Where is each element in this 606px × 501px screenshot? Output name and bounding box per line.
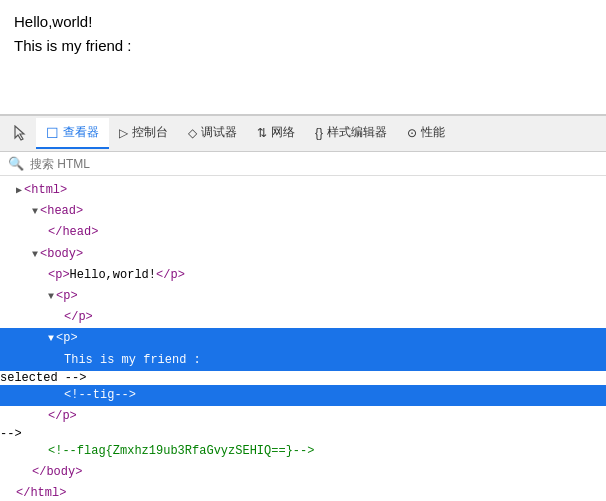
tab-debugger[interactable]: ◇ 调试器 (178, 118, 247, 149)
preview-line2: This is my friend : (14, 34, 592, 58)
devtools-panel: ☐ 查看器 ▷ 控制台 ◇ 调试器 ⇅ 网络 {} 样式编辑器 ⊙ 性能 🔍 (0, 115, 606, 501)
search-input[interactable] (30, 157, 598, 171)
tab-style-editor[interactable]: {} 样式编辑器 (305, 118, 397, 149)
tab-inspector[interactable]: ☐ 查看器 (36, 118, 109, 149)
tab-performance[interactable]: ⊙ 性能 (397, 118, 455, 149)
tab-network-label: 网络 (271, 124, 295, 141)
console-icon: ▷ (119, 126, 128, 140)
tree-p3-text[interactable]: This is my friend : (0, 350, 606, 371)
arrow-head: ▼ (32, 206, 38, 217)
tab-network[interactable]: ⇅ 网络 (247, 118, 305, 149)
devtools-tab-bar: ☐ 查看器 ▷ 控制台 ◇ 调试器 ⇅ 网络 {} 样式编辑器 ⊙ 性能 (0, 116, 606, 152)
cursor-icon (12, 125, 28, 141)
tree-body-open[interactable]: ▼<body> (0, 244, 606, 265)
tab-performance-label: 性能 (421, 124, 445, 141)
browser-preview: Hello,world! This is my friend : (0, 0, 606, 115)
tree-head-close[interactable]: </head> (0, 222, 606, 243)
html-tree: ▶<html> ▼<head> </head> ▼<body> <p>Hello… (0, 176, 606, 501)
tree-p2-close[interactable]: </p> (0, 307, 606, 328)
arrow-p2: ▼ (48, 291, 54, 302)
style-editor-icon: {} (315, 126, 323, 140)
tab-console[interactable]: ▷ 控制台 (109, 118, 178, 149)
tree-p1[interactable]: <p>Hello,world!</p> (0, 265, 606, 286)
tree-flag-comment[interactable]: <!--flag{Zmxhz19ub3RfaGvyzSEHIQ==}--> (0, 441, 606, 462)
tab-debugger-label: 调试器 (201, 124, 237, 141)
tab-style-editor-label: 样式编辑器 (327, 124, 387, 141)
network-icon: ⇅ (257, 126, 267, 140)
tree-p3-close[interactable]: </p> (0, 406, 606, 427)
performance-icon: ⊙ (407, 126, 417, 140)
search-icon: 🔍 (8, 156, 24, 171)
tab-console-label: 控制台 (132, 124, 168, 141)
arrow-p3: ▼ (48, 333, 54, 344)
tree-head-open[interactable]: ▼<head> (0, 201, 606, 222)
tab-cursor[interactable] (4, 119, 36, 149)
preview-line1: Hello,world! (14, 10, 592, 34)
tree-p3-open[interactable]: ▼<p> (0, 328, 606, 349)
tree-p3-comment-tig[interactable]: <!--tig--> (0, 385, 606, 406)
debugger-icon: ◇ (188, 126, 197, 140)
tree-html-open[interactable]: ▶<html> (0, 180, 606, 201)
inspector-icon: ☐ (46, 125, 59, 141)
tree-body-close[interactable]: </body> (0, 462, 606, 483)
tab-inspector-label: 查看器 (63, 124, 99, 141)
arrow-html: ▶ (16, 185, 22, 196)
html-search-bar[interactable]: 🔍 (0, 152, 606, 176)
tree-p2-open[interactable]: ▼<p> (0, 286, 606, 307)
arrow-body: ▼ (32, 249, 38, 260)
tree-html-close[interactable]: </html> (0, 483, 606, 501)
